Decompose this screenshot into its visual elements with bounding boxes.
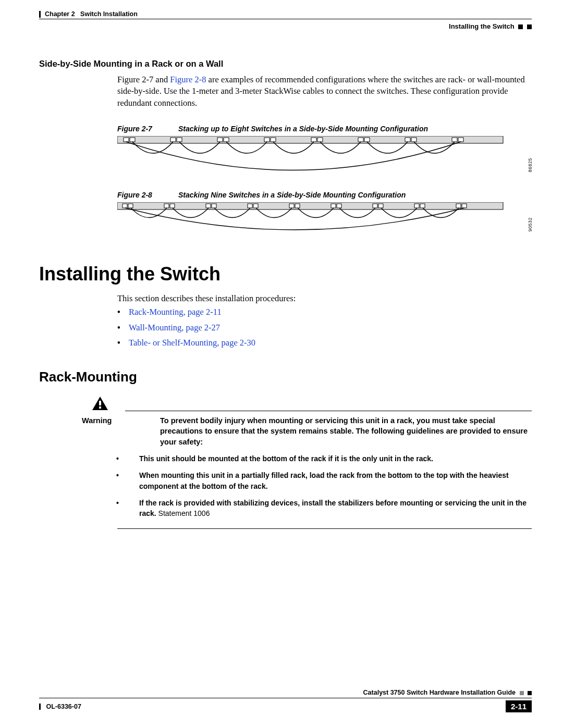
svg-rect-26 — [289, 204, 294, 208]
chapter-title: Switch Installation — [80, 10, 138, 18]
svg-rect-14 — [411, 138, 417, 142]
header-square-icon — [527, 24, 532, 29]
fig28-id: 90532 — [528, 217, 533, 232]
chapter-header: Chapter 2 Switch Installation — [39, 10, 532, 19]
svg-rect-15 — [452, 138, 457, 142]
fig27-label: Figure 2-7 — [117, 125, 152, 133]
svg-rect-13 — [405, 138, 410, 142]
figure-2-7-diagram: 86825 — [117, 136, 532, 175]
svg-rect-12 — [364, 138, 370, 142]
warning-label: Warning — [39, 415, 160, 447]
installing-link-list: Rack-Mounting, page 2-11 Wall-Mounting, … — [117, 304, 532, 351]
section-heading-sidebyside: Side-by-Side Mounting in a Rack or on a … — [39, 59, 532, 69]
warning-item-text: This unit should be mounted at the botto… — [139, 454, 433, 463]
footer-guide-title: Catalyst 3750 Switch Hardware Installati… — [363, 689, 516, 696]
running-title: Installing the Switch — [449, 22, 515, 30]
svg-rect-7 — [264, 138, 270, 142]
figure-2-8-link[interactable]: Figure 2-8 — [170, 75, 206, 84]
svg-rect-23 — [212, 204, 216, 208]
footer-square-icon — [528, 691, 532, 695]
footer-doc-number: OL-6336-07 — [46, 703, 81, 710]
svg-rect-29 — [337, 204, 341, 208]
link-rack-mounting[interactable]: Rack-Mounting, page 2-11 — [129, 307, 222, 317]
warning-block: Warning To prevent bodily injury when mo… — [39, 396, 532, 528]
header-bar-icon — [39, 11, 41, 18]
svg-rect-22 — [206, 204, 211, 208]
svg-rect-5 — [217, 138, 223, 142]
page-number: 2-11 — [506, 700, 532, 712]
warning-top-rule — [125, 411, 532, 411]
svg-rect-36 — [99, 401, 101, 405]
svg-rect-28 — [331, 204, 336, 208]
chapter-label: Chapter 2 — [45, 10, 75, 18]
svg-rect-32 — [414, 204, 419, 208]
svg-rect-4 — [177, 138, 182, 142]
text-pre: Figure 2-7 and — [117, 75, 170, 84]
footer-bar-icon — [39, 704, 41, 710]
svg-rect-11 — [358, 138, 363, 142]
header-square-icon — [518, 24, 523, 29]
fig27-title: Stacking up to Eight Switches in a Side-… — [178, 125, 428, 133]
warning-statement: Statement 1006 — [156, 509, 210, 517]
svg-rect-9 — [311, 138, 316, 142]
svg-rect-27 — [295, 204, 300, 208]
fig28-title: Stacking Nine Switches in a Side-by-Side… — [178, 191, 406, 199]
svg-rect-33 — [420, 204, 425, 208]
svg-rect-20 — [164, 204, 169, 208]
fig28-label: Figure 2-8 — [117, 191, 152, 199]
svg-rect-17 — [117, 202, 503, 209]
svg-rect-1 — [124, 138, 129, 142]
svg-rect-19 — [128, 204, 133, 208]
rack-mounting-heading: Rack-Mounting — [39, 369, 532, 385]
svg-rect-6 — [224, 138, 229, 142]
figure-2-7-caption: Figure 2-7Stacking up to Eight Switches … — [117, 125, 532, 133]
warning-item: This unit should be mounted at the botto… — [128, 453, 532, 464]
figure-2-8-caption: Figure 2-8Stacking Nine Switches in a Si… — [117, 191, 532, 199]
installing-intro: This section describes these installatio… — [117, 293, 532, 304]
svg-rect-31 — [378, 204, 383, 208]
svg-rect-37 — [99, 406, 101, 409]
svg-rect-2 — [130, 138, 135, 142]
warning-item: If the rack is provided with stabilizing… — [128, 498, 532, 519]
svg-rect-21 — [170, 204, 175, 208]
svg-rect-30 — [373, 204, 377, 208]
svg-rect-35 — [462, 204, 467, 208]
fig27-id: 86825 — [528, 158, 533, 172]
figure-2-8-diagram: 90532 — [117, 202, 532, 235]
page-footer: Catalyst 3750 Switch Hardware Installati… — [39, 689, 532, 712]
svg-rect-18 — [123, 204, 127, 208]
running-header: Installing the Switch — [39, 19, 532, 30]
warning-bottom-rule — [117, 528, 532, 529]
svg-rect-3 — [170, 138, 176, 142]
svg-rect-24 — [248, 204, 252, 208]
svg-rect-34 — [456, 204, 461, 208]
warning-item-text: When mounting this unit in a partially f… — [139, 471, 509, 490]
warning-list: This unit should be mounted at the botto… — [128, 453, 532, 519]
warning-icon — [91, 396, 125, 413]
warning-text: To prevent bodily injury when mounting o… — [160, 415, 532, 447]
footer-square-icon — [520, 691, 524, 695]
svg-rect-16 — [458, 138, 463, 142]
svg-rect-25 — [253, 204, 258, 208]
svg-rect-8 — [271, 138, 276, 142]
warning-item: When mounting this unit in a partially f… — [128, 470, 532, 491]
link-wall-mounting[interactable]: Wall-Mounting, page 2-27 — [129, 323, 220, 332]
link-table-shelf-mounting[interactable]: Table- or Shelf-Mounting, page 2-30 — [129, 338, 255, 348]
svg-rect-10 — [317, 138, 323, 142]
sidebyside-paragraph: Figure 2-7 and Figure 2-8 are examples o… — [117, 74, 532, 109]
installing-heading: Installing the Switch — [39, 263, 532, 285]
